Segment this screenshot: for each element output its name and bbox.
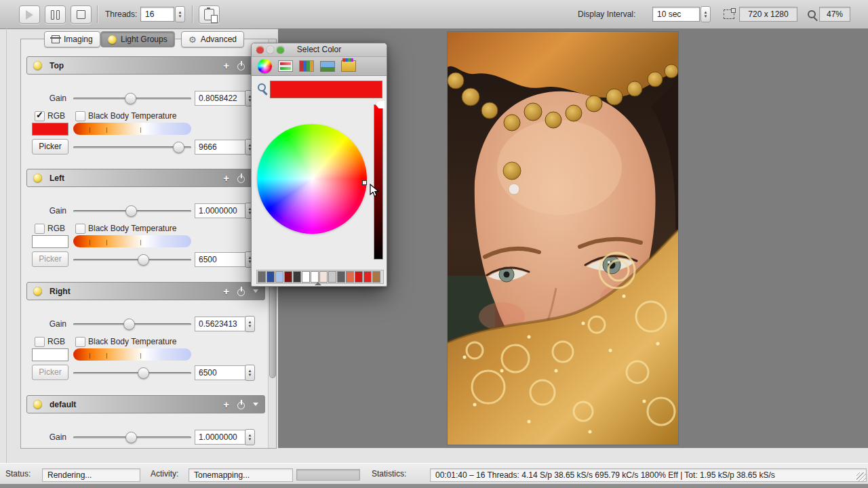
minimize-icon[interactable] bbox=[267, 46, 274, 54]
gain-slider[interactable] bbox=[73, 323, 191, 325]
color-swatch[interactable] bbox=[311, 271, 319, 283]
tab-label: Imaging bbox=[64, 35, 93, 44]
picker-value-field[interactable]: 6500 bbox=[195, 252, 246, 267]
color-swatch[interactable] bbox=[284, 271, 292, 283]
resize-grip[interactable] bbox=[856, 472, 866, 482]
blackbody-gradient[interactable] bbox=[73, 123, 191, 135]
picker-slider[interactable] bbox=[73, 146, 191, 148]
picker-stepper[interactable]: ▲▼ bbox=[245, 365, 255, 381]
picker-button[interactable]: Picker bbox=[32, 251, 68, 267]
picker-slider-knob[interactable] bbox=[138, 367, 149, 379]
color-swatch[interactable] bbox=[275, 271, 283, 283]
power-icon[interactable] bbox=[237, 400, 245, 409]
crayons-mode-icon[interactable] bbox=[341, 60, 356, 72]
picker-slider[interactable] bbox=[73, 259, 191, 261]
picker-button[interactable]: Picker bbox=[32, 365, 68, 380]
bbt-checkbox[interactable] bbox=[75, 337, 85, 347]
swatch-drawer-handle[interactable] bbox=[315, 282, 321, 285]
color-swatch[interactable] bbox=[363, 271, 372, 283]
color-swatch[interactable] bbox=[337, 271, 345, 283]
display-interval-input[interactable]: 10 sec bbox=[652, 7, 700, 22]
blackbody-gradient[interactable] bbox=[73, 348, 191, 361]
picker-button[interactable]: Picker bbox=[32, 139, 68, 155]
play-button[interactable] bbox=[19, 5, 40, 24]
copy-button[interactable] bbox=[199, 5, 220, 24]
power-icon[interactable] bbox=[237, 61, 245, 70]
color-wheel-marker[interactable] bbox=[362, 180, 367, 185]
gain-slider[interactable] bbox=[73, 436, 191, 439]
render-preview-image bbox=[448, 32, 678, 445]
gain-slider-knob[interactable] bbox=[125, 432, 137, 443]
pause-button[interactable] bbox=[45, 5, 66, 24]
picker-slider-knob[interactable] bbox=[173, 142, 184, 153]
chevron-down-icon[interactable] bbox=[253, 403, 258, 406]
checkbox-row: RGB Black Body Temperature bbox=[26, 337, 265, 346]
threads-stepper[interactable]: ▲▼ bbox=[175, 6, 185, 22]
gain-slider[interactable] bbox=[73, 210, 191, 212]
power-icon[interactable] bbox=[237, 287, 245, 296]
bbt-checkbox[interactable] bbox=[75, 224, 85, 234]
color-swatch[interactable] bbox=[328, 271, 336, 283]
gain-slider-knob[interactable] bbox=[125, 205, 137, 217]
gain-slider[interactable] bbox=[73, 98, 191, 100]
color-swatch[interactable] bbox=[302, 271, 310, 283]
display-interval-stepper[interactable]: ▲▼ bbox=[701, 6, 711, 22]
resize-view-button[interactable] bbox=[719, 5, 738, 22]
zoom-window-icon[interactable] bbox=[277, 46, 284, 54]
power-icon[interactable] bbox=[237, 174, 245, 183]
rgb-checkbox[interactable] bbox=[35, 111, 45, 121]
image-palette-mode-icon[interactable] bbox=[320, 61, 335, 72]
rgb-checkbox[interactable] bbox=[35, 337, 45, 347]
add-icon[interactable]: + bbox=[223, 286, 229, 296]
bbt-checkbox[interactable] bbox=[75, 111, 85, 121]
tab-advanced[interactable]: ⚙ Advanced bbox=[181, 31, 244, 47]
bbt-label: Black Body Temperature bbox=[88, 111, 177, 121]
color-swatch[interactable] bbox=[319, 271, 328, 283]
add-icon[interactable]: + bbox=[223, 60, 229, 70]
gain-value-field[interactable]: 0.8058422 bbox=[195, 91, 246, 106]
color-row bbox=[26, 123, 265, 136]
color-loupe-icon[interactable] bbox=[258, 83, 266, 92]
blackbody-gradient[interactable] bbox=[73, 235, 191, 247]
current-color-bar bbox=[270, 81, 382, 98]
tab-light-groups[interactable]: Light Groups bbox=[100, 31, 175, 47]
color-swatch[interactable] bbox=[372, 271, 380, 283]
gain-value-field[interactable]: 1.0000000 bbox=[195, 203, 246, 218]
tab-imaging[interactable]: Imaging bbox=[44, 31, 100, 47]
zoom-button[interactable] bbox=[802, 5, 821, 22]
gain-value-field[interactable]: 0.5623413 bbox=[195, 317, 246, 331]
picker-value-field[interactable]: 6500 bbox=[195, 365, 246, 380]
color-wheel[interactable] bbox=[257, 124, 367, 234]
group-color-swatch[interactable] bbox=[32, 235, 68, 248]
color-swatch[interactable] bbox=[355, 271, 363, 283]
close-icon[interactable] bbox=[256, 46, 264, 54]
color-palette-mode-icon[interactable] bbox=[299, 60, 314, 72]
color-swatch[interactable] bbox=[346, 271, 354, 283]
picker-slider[interactable] bbox=[73, 372, 191, 374]
color-swatch[interactable] bbox=[293, 271, 301, 283]
gain-value-field[interactable]: 1.0000000 bbox=[195, 430, 246, 445]
add-icon[interactable]: + bbox=[223, 399, 229, 409]
window-bottom-edge bbox=[0, 484, 868, 488]
add-icon[interactable]: + bbox=[223, 173, 229, 183]
gain-stepper[interactable]: ▲▼ bbox=[245, 429, 255, 445]
gain-stepper[interactable]: ▲▼ bbox=[245, 316, 255, 332]
color-swatch[interactable] bbox=[258, 271, 266, 283]
picker-slider-knob[interactable] bbox=[138, 254, 149, 266]
gain-slider-knob[interactable] bbox=[123, 319, 135, 330]
group-color-swatch[interactable] bbox=[32, 123, 68, 136]
brightness-slider[interactable] bbox=[374, 104, 383, 260]
chevron-down-icon[interactable] bbox=[253, 289, 258, 293]
threads-input[interactable]: 16 bbox=[140, 7, 174, 22]
picker-value-field[interactable]: 9666 bbox=[195, 140, 246, 155]
color-swatch[interactable] bbox=[267, 271, 275, 283]
lightbulb-icon bbox=[108, 35, 117, 44]
rgb-checkbox[interactable] bbox=[35, 224, 45, 234]
gain-slider-knob[interactable] bbox=[125, 93, 136, 104]
color-sliders-mode-icon[interactable] bbox=[278, 60, 293, 72]
group-color-swatch[interactable] bbox=[32, 348, 68, 361]
color-wheel-mode-icon[interactable] bbox=[258, 59, 272, 73]
group-title: Right bbox=[50, 287, 71, 296]
mouse-cursor bbox=[370, 184, 379, 197]
stop-button[interactable] bbox=[71, 5, 92, 24]
